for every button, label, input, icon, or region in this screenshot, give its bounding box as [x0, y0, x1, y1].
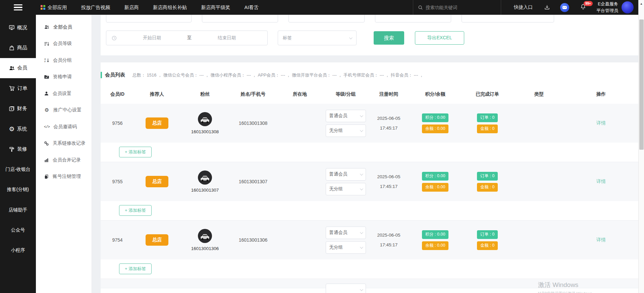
group-select[interactable]: 无分组	[326, 125, 366, 137]
add-tag-button[interactable]: + 添加标签	[119, 205, 152, 216]
user-account[interactable]: E企盈服务 平台管理员	[596, 1, 634, 14]
col-member-id: 会员ID	[101, 91, 134, 97]
chevron-down-icon	[349, 36, 353, 39]
clock-icon	[112, 36, 117, 41]
list-title: 会员列表	[105, 72, 125, 78]
scroll-up-arrow-icon[interactable]: ▲	[639, 0, 644, 5]
download-button[interactable]	[544, 4, 550, 10]
copy-file-icon	[44, 174, 49, 179]
sidebar-label: 公众号	[11, 227, 25, 233]
filter-input-1[interactable]	[106, 15, 192, 22]
referrer-button[interactable]: 总店	[146, 117, 168, 129]
submenu-all-members[interactable]: 全部会员	[36, 19, 92, 36]
member-phone: 16013001308	[230, 120, 276, 126]
assistant-robot-icon[interactable]	[560, 3, 569, 12]
submenu-promotion-settings[interactable]: ⚙ 推广中心设置	[36, 102, 92, 119]
member-phone: 16013001306	[230, 237, 276, 243]
download-icon	[544, 4, 550, 10]
member-row-group: 9754 总店 16013001306 16013001306 普通会员 无分组…	[101, 221, 638, 279]
sidebar-item-finance[interactable]: ¥ 财务	[0, 99, 36, 119]
col-location: 所在地	[276, 91, 324, 97]
group-select[interactable]: 无分组	[326, 183, 366, 195]
sidebar-item-system[interactable]: ⚙ 系统	[0, 119, 36, 139]
scrollbar-thumb[interactable]	[639, 19, 644, 150]
filter-card: 开始日期 至 结束日期 标签 搜索 导出EXCEL	[101, 15, 638, 55]
submenu-label: 推广中心设置	[53, 107, 82, 113]
nav-new-shop[interactable]: 新店商	[124, 4, 139, 11]
amount-badge: 金额 : 0	[477, 125, 498, 133]
svg-text:A: A	[44, 58, 46, 60]
sidebar-item-decorate[interactable]: 装修	[0, 139, 36, 159]
sidebar-item-goods[interactable]: 商品	[0, 38, 36, 58]
submenu-label: 会员设置	[53, 91, 71, 97]
nav-ai-tongue[interactable]: AI看舌	[245, 4, 259, 11]
sidebar-item-official-account[interactable]: 公众号	[0, 220, 36, 240]
notification-badge: 99+	[584, 1, 593, 6]
submenu-label: 会员合并记录	[53, 157, 81, 163]
search-button[interactable]: 搜索	[374, 31, 404, 45]
nav-ad-video[interactable]: 投放广告视频	[81, 4, 110, 11]
bar-chart-icon	[44, 157, 49, 162]
detail-link[interactable]: 详情	[596, 179, 606, 185]
brand-line: E企盈服务	[596, 1, 618, 7]
topbar: 全部应用 投放广告视频 新店商 新店商组长补贴 新店商平级奖 AI看舌 快捷入口…	[0, 0, 638, 15]
date-range-picker[interactable]: 开始日期 至 结束日期	[106, 31, 268, 45]
filter-input-5[interactable]	[462, 15, 554, 22]
sidebar-item-store-cashier[interactable]: 门店-收银台	[0, 159, 36, 180]
submenu-invite-code[interactable]: </> 会员邀请码	[36, 118, 92, 135]
filter-input-2[interactable]	[202, 15, 278, 22]
fans-name: 16013001307	[191, 188, 219, 193]
submenu-relation-log[interactable]: 关系链修改记录	[36, 135, 92, 152]
level-select[interactable]: 普通会员	[326, 110, 366, 122]
sidebar-label: 门店-收银台	[5, 166, 31, 173]
sidebar-item-shop-assistant[interactable]: 店铺助手	[0, 200, 36, 220]
role-line: 平台管理员	[596, 7, 618, 14]
filter-input-3[interactable]	[288, 15, 365, 22]
date-end-placeholder: 结束日期	[192, 35, 262, 41]
sidebar-item-distribution[interactable]: 推客(分销)	[0, 180, 36, 200]
sidebar-item-members[interactable]: 会员	[0, 58, 36, 78]
referrer-button[interactable]: 总店	[146, 176, 168, 187]
sidebar-item-orders[interactable]: 订单	[0, 78, 36, 98]
submenu-member-settings[interactable]: 会员设置	[36, 85, 92, 102]
filter-input-4[interactable]	[375, 15, 451, 22]
group-select[interactable]: 无分组	[326, 241, 366, 254]
notifications-button[interactable]: 99+	[580, 3, 586, 11]
gear-icon: ⚙	[9, 126, 14, 132]
user-icon	[44, 91, 49, 96]
quick-entry-link[interactable]: 快捷入口	[514, 4, 533, 10]
nav-peer-award[interactable]: 新店商平级奖	[201, 4, 230, 11]
level-select[interactable]	[326, 284, 366, 293]
add-tag-button[interactable]: + 添加标签	[119, 147, 152, 157]
submenu-member-groups[interactable]: AZ 会员分组	[36, 52, 92, 69]
sidebar-label: 小程序	[11, 247, 25, 253]
folder-check-icon	[44, 75, 49, 79]
nav-leader-subsidy[interactable]: 新店商组长补贴	[153, 4, 187, 11]
level-select[interactable]: 普通会员	[326, 168, 366, 181]
cart-icon	[9, 85, 15, 91]
submenu-qualification[interactable]: 资格申请	[36, 69, 92, 86]
sidebar-item-overview[interactable]: 概况	[0, 17, 36, 38]
fans-name: 16013001306	[191, 246, 219, 251]
referrer-button[interactable]: 总店	[146, 234, 168, 246]
sidebar-item-mini-program[interactable]: 小程序	[0, 240, 36, 260]
detail-link[interactable]: 详情	[596, 237, 606, 243]
submenu-member-levels[interactable]: 会员等级	[36, 36, 92, 52]
sort-alpha-icon: AZ	[44, 58, 49, 63]
search-input[interactable]	[426, 5, 486, 10]
balance-badge: 余额 : 0.00	[422, 125, 449, 133]
col-actions: 操作	[564, 91, 638, 97]
avatar[interactable]	[622, 1, 634, 13]
nav-all-apps[interactable]: 全部应用	[41, 4, 67, 11]
yuan-glyph: ¥	[11, 107, 12, 110]
topbar-search[interactable]	[413, 0, 501, 15]
tag-select[interactable]: 标签	[278, 31, 357, 45]
add-tag-button[interactable]: + 添加标签	[119, 263, 152, 274]
hamburger-menu-icon[interactable]	[0, 4, 36, 11]
detail-link[interactable]: 详情	[596, 120, 606, 126]
goods-bag-icon	[9, 45, 15, 51]
submenu-account-cancellation[interactable]: 账号注销管理	[36, 168, 92, 185]
export-excel-button[interactable]: 导出EXCEL	[415, 31, 464, 45]
level-select[interactable]: 普通会员	[326, 227, 366, 239]
submenu-merge-log[interactable]: 会员合并记录	[36, 152, 92, 168]
